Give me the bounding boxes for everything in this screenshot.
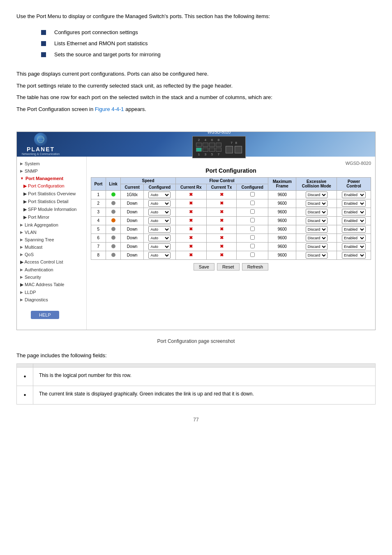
bullet-square-3 — [41, 52, 46, 57]
select-power-3[interactable]: EnabledDisabled — [342, 209, 366, 215]
select-collision-8[interactable]: DiscardRestart — [306, 252, 327, 259]
cell-flow-rx-1: ✖ — [175, 190, 206, 199]
select-speed-5[interactable]: Auto10Hdx10Fdx100Hdx100Fdx1Gfdx — [148, 226, 171, 233]
sidebar-item-diagnostics[interactable]: ▶ Diagnostics — [17, 296, 86, 303]
sidebar-item-port-management[interactable]: ▼ Port Management — [17, 175, 86, 182]
checkbox-flow-cfg-6[interactable] — [250, 235, 255, 240]
reset-button[interactable]: Reset — [217, 263, 240, 271]
help-button[interactable]: HELP — [31, 311, 59, 319]
cell-speed-configured-7[interactable]: Auto10Hdx10Fdx100Hdx100Fdx1Gfdx — [144, 242, 176, 251]
cell-speed-configured-6[interactable]: Auto10Hdx10Fdx100Hdx100Fdx1Gfdx — [144, 234, 176, 242]
cell-flow-cfg-6[interactable] — [237, 234, 268, 242]
sidebar-item-multicast[interactable]: ▶ Multicast — [17, 243, 86, 251]
select-speed-3[interactable]: Auto10Hdx10Fdx100Hdx100Fdx1Gfdx — [148, 209, 171, 215]
cell-speed-configured-8[interactable]: Auto10Hdx10Fdx100Hdx100Fdx1Gfdx — [144, 251, 176, 259]
cell-power-2[interactable]: EnabledDisabled — [337, 199, 371, 208]
checkbox-flow-cfg-2[interactable] — [250, 201, 255, 205]
select-power-5[interactable]: EnabledDisabled — [342, 226, 366, 233]
select-speed-6[interactable]: Auto10Hdx10Fdx100Hdx100Fdx1Gfdx — [148, 235, 171, 241]
sidebar-item-sfp-module[interactable]: ▶ SFP Module Information — [17, 206, 86, 213]
cell-collision-3[interactable]: DiscardRestart — [296, 208, 337, 216]
cell-flow-cfg-5[interactable] — [237, 225, 268, 234]
cell-collision-5[interactable]: DiscardRestart — [296, 225, 337, 234]
cell-power-7[interactable]: EnabledDisabled — [337, 242, 371, 251]
select-collision-4[interactable]: DiscardRestart — [306, 217, 327, 224]
cell-speed-current-5: Down — [121, 225, 144, 234]
checkbox-flow-cfg-8[interactable] — [250, 252, 255, 257]
cell-max-frame-8: 9600 — [268, 251, 296, 259]
checkbox-flow-cfg-7[interactable] — [250, 244, 255, 248]
cell-speed-configured-1[interactable]: Auto10Hdx10Fdx100Hdx100Fdx1Gfdx — [144, 190, 176, 199]
sidebar-item-link-aggregation[interactable]: ▶ Link Aggregation — [17, 221, 86, 229]
select-power-2[interactable]: EnabledDisabled — [342, 200, 366, 207]
cell-speed-configured-2[interactable]: Auto10Hdx10Fdx100Hdx100Fdx1Gfdx — [144, 199, 176, 208]
select-speed-1[interactable]: Auto10Hdx10Fdx100Hdx100Fdx1Gfdx — [148, 192, 171, 198]
bullet-square-2 — [41, 41, 46, 46]
select-collision-6[interactable]: DiscardRestart — [306, 235, 327, 241]
sidebar-item-vlan[interactable]: ▶ VLAN — [17, 229, 86, 236]
cell-flow-cfg-8[interactable] — [237, 251, 268, 259]
sidebar-item-acl[interactable]: ▶ Access Control List — [17, 258, 86, 266]
cell-power-1[interactable]: EnabledDisabled — [337, 190, 371, 199]
cell-collision-6[interactable]: DiscardRestart — [296, 234, 337, 242]
select-power-1[interactable]: EnabledDisabled — [342, 192, 366, 198]
sidebar-label-snmp: SNMP — [25, 169, 38, 173]
cell-speed-configured-5[interactable]: Auto10Hdx10Fdx100Hdx100Fdx1Gfdx — [144, 225, 176, 234]
cell-power-5[interactable]: EnabledDisabled — [337, 225, 371, 234]
select-collision-5[interactable]: DiscardRestart — [306, 226, 327, 233]
checkbox-flow-cfg-5[interactable] — [250, 227, 255, 231]
checkbox-flow-cfg-4[interactable] — [250, 218, 255, 222]
select-power-4[interactable]: EnabledDisabled — [342, 217, 366, 224]
cell-power-4[interactable]: EnabledDisabled — [337, 216, 371, 225]
cell-power-3[interactable]: EnabledDisabled — [337, 208, 371, 216]
cell-flow-cfg-4[interactable] — [237, 216, 268, 225]
select-collision-1[interactable]: DiscardRestart — [306, 192, 327, 198]
cell-speed-current-3: Down — [121, 208, 144, 216]
field-row-port: • This is the logical port number for th… — [17, 367, 376, 386]
cell-flow-rx-6: ✖ — [175, 234, 206, 242]
cell-flow-cfg-1[interactable] — [237, 190, 268, 199]
cell-flow-cfg-2[interactable] — [237, 199, 268, 208]
sidebar-item-mac-table[interactable]: ▶ MAC Address Table — [17, 281, 86, 289]
checkbox-flow-cfg-1[interactable] — [250, 192, 255, 197]
arrow-icon-auth: ▶ — [20, 268, 23, 272]
cell-collision-1[interactable]: DiscardRestart — [296, 190, 337, 199]
sidebar-item-port-config[interactable]: ▶ Port Configuration — [17, 182, 86, 190]
sidebar-item-port-mirror[interactable]: ▶ Port Mirror — [17, 213, 86, 221]
cell-collision-4[interactable]: DiscardRestart — [296, 216, 337, 225]
cell-flow-cfg-7[interactable] — [237, 242, 268, 251]
cell-flow-cfg-3[interactable] — [237, 208, 268, 216]
select-power-6[interactable]: EnabledDisabled — [342, 235, 366, 241]
select-power-8[interactable]: EnabledDisabled — [342, 252, 366, 259]
save-button[interactable]: Save — [194, 263, 214, 271]
cell-collision-2[interactable]: DiscardRestart — [296, 199, 337, 208]
sidebar-item-snmp[interactable]: ▶ SNMP — [17, 167, 86, 175]
checkbox-flow-cfg-3[interactable] — [250, 209, 255, 214]
select-speed-7[interactable]: Auto10Hdx10Fdx100Hdx100Fdx1Gfdx — [148, 243, 171, 250]
sidebar-item-port-stats-detail[interactable]: ▶ Port Statistics Detail — [17, 198, 86, 206]
sidebar-item-spanning-tree[interactable]: ▶ Spanning Tree — [17, 236, 86, 243]
sidebar-item-port-stats-overview[interactable]: ▶ Port Statistics Overview — [17, 190, 86, 198]
sidebar-item-system[interactable]: ▶ System — [17, 160, 86, 167]
cell-power-8[interactable]: EnabledDisabled — [337, 251, 371, 259]
field-row-link: • The current link state is displayed gr… — [17, 386, 376, 404]
select-collision-7[interactable]: DiscardRestart — [306, 243, 327, 250]
sidebar-item-qos[interactable]: ▶ QoS — [17, 251, 86, 258]
select-collision-2[interactable]: DiscardRestart — [306, 200, 327, 207]
figure-link[interactable]: Figure 4-4-1 — [95, 106, 124, 112]
select-speed-8[interactable]: Auto10Hdx10Fdx100Hdx100Fdx1Gfdx — [148, 252, 171, 259]
refresh-button[interactable]: Refresh — [242, 263, 269, 271]
sidebar-item-lldp[interactable]: ▶ LLDP — [17, 289, 86, 296]
sidebar-item-security[interactable]: ▶ Security — [17, 273, 86, 281]
select-speed-4[interactable]: Auto10Hdx10Fdx100Hdx100Fdx1Gfdx — [148, 217, 171, 224]
cell-speed-configured-4[interactable]: Auto10Hdx10Fdx100Hdx100Fdx1Gfdx — [144, 216, 176, 225]
cell-power-6[interactable]: EnabledDisabled — [337, 234, 371, 242]
cell-collision-8[interactable]: DiscardRestart — [296, 251, 337, 259]
cell-collision-7[interactable]: DiscardRestart — [296, 242, 337, 251]
select-speed-2[interactable]: Auto10Hdx10Fdx100Hdx100Fdx1Gfdx — [148, 200, 171, 207]
sidebar-item-authentication[interactable]: ▶ Authentication — [17, 266, 86, 273]
arrow-icon-security: ▶ — [20, 275, 23, 279]
select-collision-3[interactable]: DiscardRestart — [306, 209, 327, 215]
cell-speed-configured-3[interactable]: Auto10Hdx10Fdx100Hdx100Fdx1Gfdx — [144, 208, 176, 216]
select-power-7[interactable]: EnabledDisabled — [342, 243, 366, 250]
